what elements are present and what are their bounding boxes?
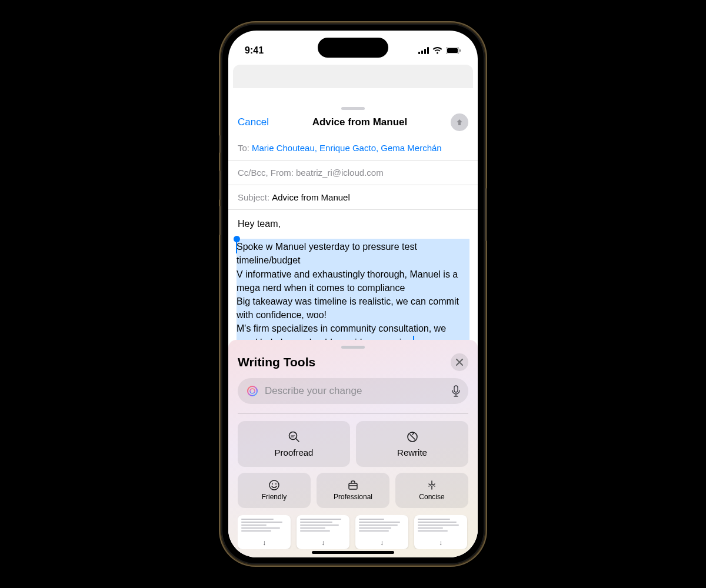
format-option[interactable]: ↓	[297, 515, 349, 549]
chevron-down-icon: ↓	[439, 539, 442, 547]
selected-text[interactable]: Spoke w Manuel yesterday to pressure tes…	[237, 239, 469, 355]
subject-label: Subject:	[238, 192, 269, 202]
professional-button[interactable]: Professional	[317, 473, 389, 508]
prompt-placeholder: Describe your change	[265, 385, 362, 397]
svg-point-7	[248, 386, 257, 396]
tools-title: Writing Tools	[238, 355, 315, 369]
rewrite-icon	[405, 430, 419, 444]
cc-label: Cc/Bcc, From:	[238, 168, 294, 178]
format-options: ↓ ↓ ↓ ↓	[238, 515, 468, 549]
subject-field[interactable]: Subject: Advice from Manuel	[228, 185, 478, 210]
svg-rect-6	[459, 49, 461, 52]
status-time: 9:41	[245, 45, 264, 56]
sheet-grabber[interactable]	[341, 107, 365, 110]
dictate-button[interactable]	[452, 385, 460, 397]
close-icon	[456, 359, 463, 366]
cellular-icon	[418, 47, 429, 54]
proofread-label: Proofread	[275, 447, 314, 457]
chevron-down-icon: ↓	[262, 539, 266, 547]
format-option[interactable]: ↓	[414, 515, 467, 549]
prompt-input[interactable]: Describe your change	[238, 378, 468, 404]
proofread-icon	[287, 430, 301, 444]
chevron-down-icon: ↓	[380, 539, 384, 547]
send-button[interactable]	[451, 113, 468, 131]
svg-point-8	[249, 388, 256, 395]
from-address: beatriz_ri@icloud.com	[296, 168, 384, 178]
battery-icon	[446, 47, 461, 54]
dynamic-island	[318, 38, 388, 58]
svg-rect-2	[424, 49, 426, 54]
svg-rect-9	[454, 386, 458, 392]
cancel-button[interactable]: Cancel	[238, 116, 269, 128]
svg-rect-1	[421, 51, 423, 54]
to-recipients[interactable]: Marie Chouteau, Enrique Gacto, Gema Merc…	[252, 143, 442, 153]
body-greeting: Hey team,	[238, 217, 468, 230]
microphone-icon	[452, 385, 460, 397]
svg-rect-5	[447, 48, 458, 53]
compose-title: Advice from Manuel	[312, 116, 408, 128]
concise-button[interactable]: Concise	[395, 473, 468, 508]
professional-label: Professional	[334, 493, 372, 501]
home-indicator[interactable]	[312, 551, 394, 554]
svg-rect-3	[427, 47, 429, 54]
rewrite-button[interactable]: Rewrite	[356, 421, 468, 467]
friendly-button[interactable]: Friendly	[238, 473, 311, 508]
writing-tools-sheet: Writing Tools Describe your change	[228, 340, 478, 557]
background-card	[233, 65, 473, 88]
concise-icon	[426, 479, 438, 491]
cc-from-field[interactable]: Cc/Bcc, From: beatriz_ri@icloud.com	[228, 161, 478, 185]
arrow-up-icon	[455, 118, 464, 127]
close-button[interactable]	[451, 353, 468, 371]
svg-point-12	[269, 480, 279, 490]
rewrite-label: Rewrite	[397, 447, 427, 457]
svg-point-14	[275, 483, 277, 485]
device-frame: 9:41 Cancel Advice from Manuel	[221, 24, 485, 564]
selected-text-content: Spoke w Manuel yesterday to pressure tes…	[237, 242, 459, 347]
to-label: To:	[238, 143, 249, 153]
chevron-down-icon: ↓	[321, 539, 325, 547]
svg-rect-0	[418, 52, 420, 54]
screen: 9:41 Cancel Advice from Manuel	[228, 31, 478, 557]
friendly-label: Friendly	[262, 493, 287, 501]
concise-label: Concise	[419, 493, 444, 501]
format-option[interactable]: ↓	[355, 515, 408, 549]
proofread-button[interactable]: Proofread	[238, 421, 350, 467]
subject-value: Advice from Manuel	[272, 192, 350, 202]
svg-rect-15	[349, 483, 357, 489]
message-body[interactable]: Hey team, Spoke w Manuel yesterday to pr…	[228, 210, 478, 355]
smile-icon	[268, 479, 280, 491]
format-option[interactable]: ↓	[238, 515, 291, 549]
wifi-icon	[432, 47, 442, 54]
tools-grabber[interactable]	[341, 346, 365, 349]
apple-intelligence-icon	[246, 385, 259, 397]
compose-sheet: Cancel Advice from Manuel To: Marie Chou…	[228, 103, 478, 557]
svg-point-13	[272, 483, 273, 485]
briefcase-icon	[347, 479, 359, 491]
to-field[interactable]: To: Marie Chouteau, Enrique Gacto, Gema …	[228, 136, 478, 161]
